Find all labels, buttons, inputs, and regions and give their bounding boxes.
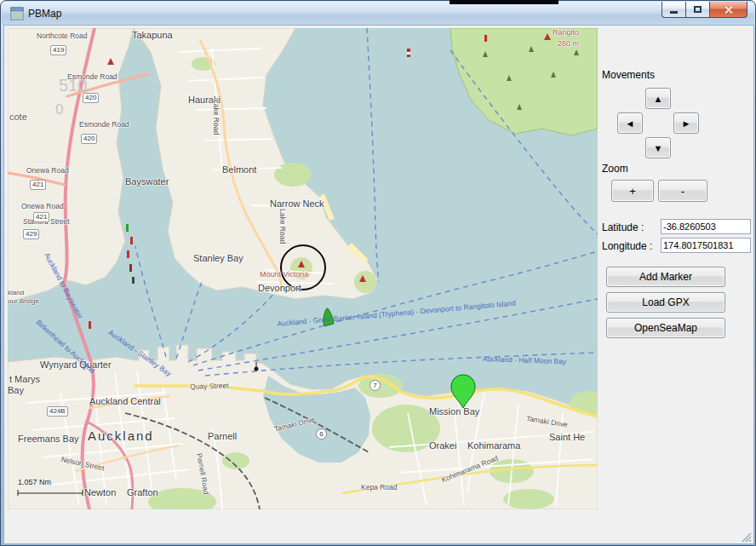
- right-arrow-icon: ►: [682, 118, 691, 129]
- minimize-button[interactable]: [662, 2, 686, 18]
- scale-label: 1.057 Nm: [18, 478, 51, 486]
- pan-up-button[interactable]: ▲: [645, 88, 671, 109]
- zoom-out-button[interactable]: -: [658, 180, 707, 202]
- plus-icon: +: [629, 185, 636, 198]
- zoom-in-button[interactable]: +: [611, 180, 654, 202]
- zoom-label: Zoom: [602, 163, 628, 175]
- movements-label: Movements: [602, 69, 655, 81]
- latitude-input[interactable]: [661, 219, 751, 234]
- app-window: PBMap: [0, 0, 756, 546]
- app-icon[interactable]: [10, 7, 24, 20]
- map-canvas: [8, 28, 598, 509]
- window-titlebar[interactable]: PBMap: [2, 2, 754, 25]
- minimize-icon: [670, 11, 678, 14]
- close-button[interactable]: [710, 2, 747, 18]
- load-gpx-button[interactable]: Load GPX: [606, 292, 725, 313]
- load-gpx-label: Load GPX: [642, 296, 689, 308]
- add-marker-button[interactable]: Add Marker: [606, 267, 725, 287]
- maximize-button[interactable]: [686, 2, 710, 18]
- close-icon: [724, 5, 733, 14]
- longitude-input[interactable]: [661, 238, 751, 253]
- latitude-label: Latitude :: [602, 221, 644, 233]
- background-window-artifact: [450, 0, 558, 4]
- add-marker-label: Add Marker: [639, 271, 692, 283]
- longitude-label: Longitude :: [602, 240, 652, 252]
- left-arrow-icon: ◄: [626, 118, 635, 129]
- openseamap-button[interactable]: OpenSeaMap: [606, 318, 725, 338]
- resize-grip[interactable]: [741, 532, 752, 543]
- maximize-icon: [694, 6, 702, 13]
- map-viewport[interactable]: Northcote Road Takapuna Esmonde Road 510…: [8, 28, 598, 509]
- minus-icon: -: [681, 185, 684, 198]
- pan-left-button[interactable]: ◄: [617, 112, 643, 134]
- pan-down-button[interactable]: ▼: [645, 137, 671, 158]
- down-arrow-icon: ▼: [654, 143, 663, 153]
- pan-right-button[interactable]: ►: [673, 112, 699, 134]
- window-title: PBMap: [28, 8, 61, 20]
- openseamap-label: OpenSeaMap: [634, 322, 697, 334]
- up-arrow-icon: ▲: [654, 94, 663, 104]
